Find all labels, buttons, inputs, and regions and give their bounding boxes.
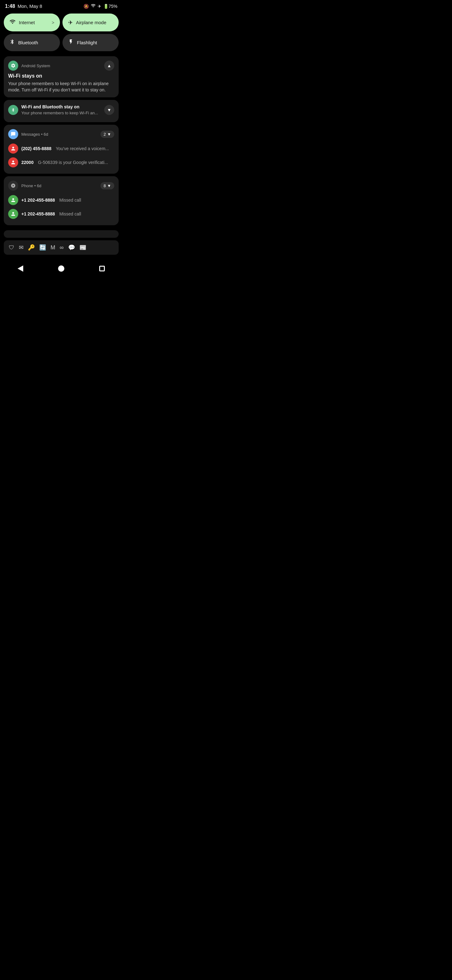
status-left: 1:48 Mon, May 8 [5, 3, 42, 9]
call-row-1[interactable]: +1 202-455-8888 Missed call [8, 193, 114, 207]
recents-icon [99, 266, 105, 271]
messages-app-name: Messages • 6d [21, 132, 97, 137]
wifi-bt-body: Your phone remembers to keep Wi-Fi an... [21, 111, 101, 115]
flashlight-label: Flashlight [77, 40, 113, 45]
contact-avatar-1 [8, 143, 18, 154]
airplane-label: Airplane mode [76, 20, 113, 25]
message-row-2[interactable]: 22000 G-506339 is your Google verificati… [8, 156, 114, 169]
home-button[interactable] [54, 262, 68, 275]
back-button[interactable] [14, 262, 27, 275]
wifi-icon [91, 3, 96, 9]
call-preview-1: Missed call [59, 197, 81, 203]
status-bar: 1:48 Mon, May 8 🔕 ✈ 🔋75% [0, 0, 122, 11]
message-row-1[interactable]: (202) 455-8888 You've received a voicem.… [8, 142, 114, 156]
android-system-app-name: Android System [21, 64, 101, 68]
quick-tiles: Internet > ✈ Airplane mode Bluetooth Fla… [0, 11, 122, 52]
notif-header-bt: Wi-Fi and Bluetooth stay on Your phone r… [8, 104, 114, 115]
mail2-tray-icon: M [51, 244, 55, 251]
flashlight-tile[interactable]: Flashlight [62, 34, 119, 51]
notification-wifi-bt-stays-on[interactable]: Wi-Fi and Bluetooth stay on Your phone r… [4, 100, 119, 122]
call-sender-1: +1 202-455-8888 [21, 197, 55, 203]
call-preview-2: Missed call [59, 212, 81, 216]
message-preview-2: G-506339 is your Google verificati... [38, 160, 108, 165]
notification-divider [4, 230, 119, 238]
bluetooth-tile-icon [10, 39, 15, 46]
status-right: 🔕 ✈ 🔋75% [84, 3, 117, 9]
wifi-bt-title: Wi-Fi and Bluetooth stay on [21, 104, 101, 109]
internet-label: Internet [19, 20, 49, 25]
internet-tile[interactable]: Internet > [4, 14, 60, 32]
notif-header-phone: Phone • 6d 8 ▼ [8, 181, 114, 191]
airplane-status-icon: ✈ [98, 4, 102, 9]
notification-phone[interactable]: Phone • 6d 8 ▼ +1 202-455-8888 Missed ca… [4, 176, 119, 225]
wifi-stays-on-body: Your phone remembers to keep Wi-Fi on in… [8, 81, 114, 93]
tile-row-1: Internet > ✈ Airplane mode [4, 14, 119, 32]
call-sender-2: +1 202-455-8888 [21, 212, 55, 216]
nav-bar [0, 257, 122, 282]
airplane-tile-icon: ✈ [68, 19, 73, 26]
phone-app-icon [8, 181, 18, 191]
back-icon [17, 266, 23, 272]
news-tray-icon: 📰 [79, 244, 86, 251]
recents-button[interactable] [95, 262, 109, 275]
message-sender-2: 22000 [21, 160, 33, 165]
wifi-stays-on-title: Wi-Fi stays on [8, 73, 114, 79]
notif-header-messages: Messages • 6d 2 ▼ [8, 129, 114, 139]
mute-icon: 🔕 [84, 4, 89, 9]
mail-tray-icon: ✉ [19, 244, 24, 251]
flashlight-tile-icon [68, 39, 74, 46]
notifications-list: Android System ▲ Wi-Fi stays on Your pho… [0, 52, 122, 229]
shield-tray-icon: 🛡 [9, 244, 14, 251]
call-avatar-2 [8, 209, 18, 219]
lens-tray-icon: 🔄 [39, 244, 46, 251]
message-sender-1: (202) 455-8888 [21, 146, 51, 151]
phone-count-btn[interactable]: 8 ▼ [100, 182, 114, 189]
notif-header-android: Android System ▲ [8, 60, 114, 71]
internet-arrow: > [52, 20, 54, 25]
call-row-2[interactable]: +1 202-455-8888 Missed call [8, 207, 114, 221]
contact-avatar-2 [8, 158, 18, 167]
android-system-icon [8, 60, 18, 71]
status-time: 1:48 [5, 3, 15, 9]
notification-messages[interactable]: Messages • 6d 2 ▼ (202) 455-8888 You've … [4, 125, 119, 174]
status-date: Mon, May 8 [17, 3, 42, 9]
call-avatar-1 [8, 195, 18, 205]
expand-wifi-bt-btn[interactable]: ▼ [104, 105, 114, 115]
tile-row-2: Bluetooth Flashlight [4, 34, 119, 51]
chat-tray-icon: 💬 [68, 244, 75, 251]
app-icons-tray: 🛡 ✉ 🔑 🔄 M ∞ 💬 📰 [4, 240, 119, 255]
home-icon [58, 266, 64, 272]
message-preview-1: You've received a voicem... [56, 146, 109, 151]
phone-app-name: Phone • 6d [21, 183, 97, 188]
messages-count-btn[interactable]: 2 ▼ [100, 130, 114, 138]
wifi-tile-icon [10, 19, 16, 26]
voicemail-tray-icon: ∞ [60, 244, 64, 251]
bluetooth-tile[interactable]: Bluetooth [4, 34, 60, 51]
bluetooth-label: Bluetooth [18, 40, 54, 45]
key-tray-icon: 🔑 [28, 244, 35, 251]
messages-app-icon [8, 129, 18, 139]
notification-wifi-stays-on[interactable]: Android System ▲ Wi-Fi stays on Your pho… [4, 56, 119, 97]
battery-indicator: 🔋75% [103, 4, 117, 9]
expand-android-wifi-btn[interactable]: ▲ [104, 60, 114, 71]
airplane-tile[interactable]: ✈ Airplane mode [62, 14, 119, 32]
bluetooth-notif-icon [8, 105, 18, 115]
